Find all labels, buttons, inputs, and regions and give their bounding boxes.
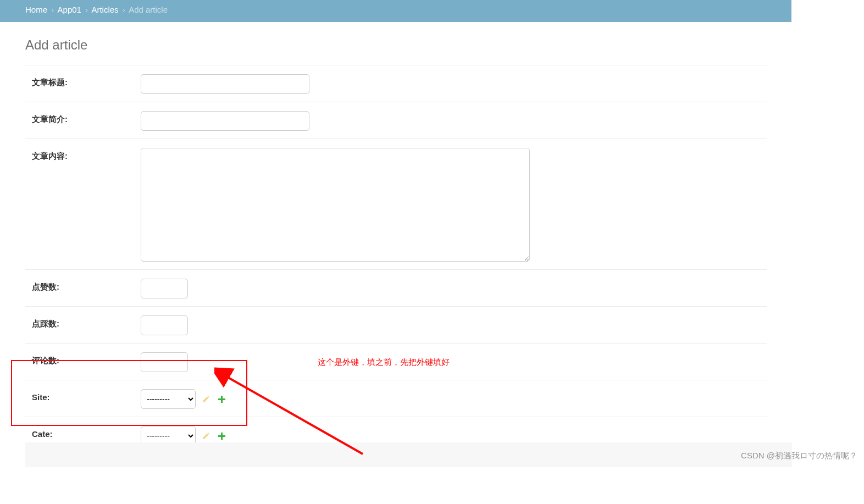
row-title: 文章标题:	[25, 65, 767, 102]
row-down: 点踩数:	[25, 307, 767, 344]
breadcrumb-sep: ›	[51, 5, 54, 14]
input-down[interactable]	[141, 315, 188, 335]
pencil-icon	[202, 431, 211, 440]
label-down: 点踩数:	[32, 315, 141, 329]
row-content: 文章内容:	[25, 139, 767, 270]
breadcrumb-sep: ›	[85, 5, 88, 14]
input-comment[interactable]	[141, 352, 188, 372]
form-area: 文章标题: 文章简介: 文章内容: 点赞数: 点踩数: 评论数: Site: -…	[0, 53, 767, 454]
footer-bar	[25, 442, 792, 467]
breadcrumb: Home › App01 › Articles › Add article	[0, 0, 791, 22]
pencil-icon	[202, 395, 211, 403]
input-content[interactable]	[141, 148, 530, 262]
label-up: 点赞数:	[32, 279, 141, 292]
plus-icon	[218, 395, 226, 403]
breadcrumb-current: Add article	[129, 5, 168, 14]
label-cate: Cate:	[32, 426, 141, 439]
breadcrumb-sep: ›	[123, 5, 125, 14]
edit-cate-icon[interactable]	[201, 431, 211, 441]
site-widget: ---------	[141, 389, 226, 409]
watermark: CSDN @初遇我ロ寸の热情呢？	[741, 451, 857, 461]
edit-site-icon[interactable]	[201, 394, 211, 404]
row-desc: 文章简介:	[25, 102, 767, 139]
label-site: Site:	[32, 389, 141, 402]
breadcrumb-home[interactable]: Home	[25, 5, 47, 14]
label-desc: 文章简介:	[32, 111, 141, 125]
add-site-icon[interactable]	[217, 394, 226, 404]
plus-icon	[218, 432, 226, 440]
input-desc[interactable]	[141, 111, 309, 131]
page-title: Add article	[0, 22, 864, 53]
label-comment: 评论数:	[32, 352, 141, 366]
input-up[interactable]	[141, 279, 188, 298]
breadcrumb-model[interactable]: Articles	[91, 5, 118, 14]
input-title[interactable]	[141, 74, 309, 94]
row-up: 点赞数:	[25, 270, 767, 307]
add-cate-icon[interactable]	[217, 431, 226, 441]
annotation-text: 这个是外键，填之前，先把外键填好	[318, 357, 450, 368]
row-site: Site: ---------	[25, 380, 767, 417]
breadcrumb-app[interactable]: App01	[58, 5, 81, 14]
select-site[interactable]: ---------	[141, 389, 196, 409]
label-title: 文章标题:	[32, 74, 141, 88]
label-content: 文章内容:	[32, 148, 141, 162]
